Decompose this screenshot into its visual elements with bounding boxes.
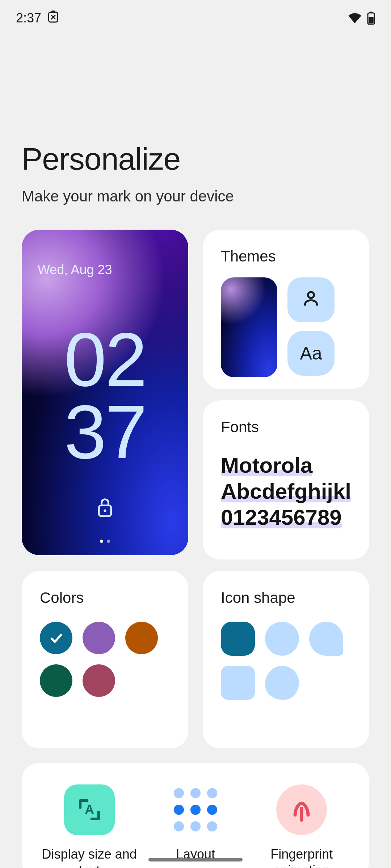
svg-point-6 — [104, 510, 106, 512]
theme-font-tile[interactable]: Aa — [287, 331, 335, 376]
icon-shape-squircle[interactable] — [221, 622, 255, 656]
wallpaper-preview-card[interactable]: Wed, Aug 23 02 37 — [22, 230, 188, 555]
themes-title: Themes — [221, 248, 351, 265]
icon-shape-card[interactable]: Icon shape — [203, 571, 369, 748]
fingerprint-option[interactable]: Fingerprint animation — [251, 784, 352, 868]
status-bar: 2:37 — [0, 0, 391, 36]
person-icon — [302, 289, 320, 311]
color-swatch-teal[interactable] — [40, 622, 72, 654]
color-swatch-purple[interactable] — [83, 622, 115, 654]
fonts-card[interactable]: Fonts Motorola Abcdefghijkl 0123456789 — [203, 400, 369, 559]
display-size-icon: A — [64, 784, 115, 835]
gesture-bar[interactable] — [148, 858, 243, 861]
svg-point-7 — [308, 292, 314, 298]
color-swatch-maroon[interactable] — [83, 664, 115, 697]
icon-shape-blob[interactable] — [265, 666, 299, 700]
page-title: Personalize — [22, 141, 369, 177]
layout-icon — [170, 784, 221, 835]
fonts-title: Fonts — [221, 418, 351, 436]
colors-title: Colors — [40, 589, 170, 607]
status-time: 2:37 — [16, 10, 41, 26]
battery-icon — [367, 12, 375, 25]
lock-icon — [97, 497, 113, 519]
icon-shape-rounded[interactable] — [221, 666, 255, 700]
icon-shape-title: Icon shape — [221, 589, 351, 607]
font-sample: Motorola Abcdefghijkl 0123456789 — [221, 452, 351, 531]
svg-text:A: A — [85, 802, 94, 816]
colors-card[interactable]: Colors — [22, 571, 188, 748]
svg-rect-1 — [51, 10, 55, 12]
lockscreen-date: Wed, Aug 23 — [38, 262, 112, 277]
lockscreen-clock: 02 37 — [64, 324, 146, 468]
theme-thumbnail[interactable] — [221, 277, 277, 377]
display-size-option[interactable]: A Display size and text — [39, 784, 140, 868]
page-dots — [100, 540, 110, 543]
fingerprint-label: Fingerprint animation — [251, 846, 352, 868]
font-icon: Aa — [300, 343, 322, 364]
color-swatch-orange[interactable] — [125, 622, 158, 654]
icon-shape-circle[interactable] — [265, 622, 299, 656]
theme-profile-tile[interactable] — [287, 277, 335, 322]
layout-option[interactable]: Layout — [145, 784, 246, 868]
page-subtitle: Make your mark on your device — [22, 188, 369, 205]
more-options-card: A Display size and text Layout — [22, 763, 369, 868]
check-icon — [49, 630, 64, 646]
svg-rect-3 — [370, 12, 373, 13]
icon-shape-leaf[interactable] — [309, 622, 343, 656]
fingerprint-icon — [276, 784, 327, 835]
svg-rect-4 — [369, 17, 374, 24]
display-size-label: Display size and text — [39, 846, 140, 868]
battery-saver-icon — [48, 10, 59, 26]
color-swatch-green[interactable] — [40, 664, 72, 697]
wifi-icon — [348, 12, 362, 24]
themes-card[interactable]: Themes Aa — [203, 230, 369, 389]
